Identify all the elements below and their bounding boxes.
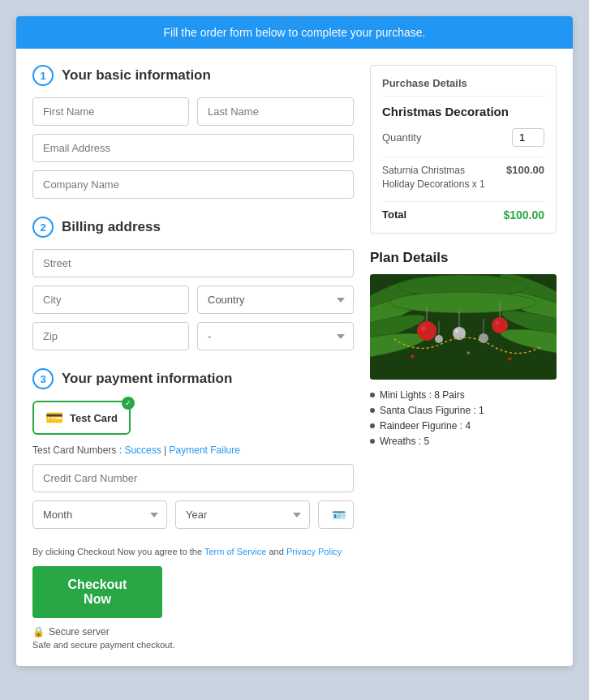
purchase-details-title: Purchase Details	[382, 77, 544, 97]
total-label: Total	[382, 208, 406, 221]
tos-link[interactable]: Term of Service	[204, 547, 266, 556]
payment-options: ✓ 💳 Test Card	[32, 401, 354, 435]
plan-image: ✦ ✦ ✦	[370, 274, 557, 380]
state-select[interactable]: -	[197, 322, 354, 350]
bullet-dot-2	[370, 408, 375, 413]
quantity-input[interactable]	[512, 128, 544, 147]
payment-title: Your payment information	[62, 371, 232, 387]
plan-bullet-4: Wreaths : 5	[370, 436, 557, 447]
zip-row: -	[32, 322, 354, 350]
secure-server-text: Secure server	[49, 626, 110, 638]
svg-point-16	[496, 320, 500, 324]
section-number-2: 2	[32, 217, 54, 238]
email-row	[32, 134, 354, 162]
month-select[interactable]: Month January February March April May J…	[32, 500, 167, 529]
success-link[interactable]: Success	[124, 444, 161, 456]
plan-details-title: Plan Details	[370, 250, 557, 266]
first-name-input[interactable]	[32, 97, 189, 126]
plan-bullet-1: Mini Lights : 8 Pairs	[370, 389, 557, 401]
terms-text: By clicking Checkout Now you agree to th…	[32, 547, 354, 556]
plan-bullet-text-3: Raindeer Figurine : 4	[380, 420, 471, 432]
basic-info-section: 1 Your basic information	[32, 65, 354, 199]
basic-info-header: 1 Your basic information	[32, 65, 354, 86]
country-select[interactable]: Country United States United Kingdom Can…	[197, 286, 354, 314]
plan-bullet-text-4: Wreaths : 5	[380, 436, 429, 447]
street-row	[32, 249, 354, 277]
svg-point-19	[455, 329, 458, 333]
item-price: $100.00	[506, 164, 544, 176]
payment-section: 3 Your payment information ✓ 💳 Test Card…	[32, 368, 354, 529]
cc-row	[32, 464, 354, 492]
bullet-dot-3	[370, 423, 375, 428]
svg-point-15	[492, 317, 508, 333]
billing-header: 2 Billing address	[32, 217, 354, 238]
zip-input[interactable]	[32, 322, 189, 350]
billing-title: Billing address	[62, 219, 161, 235]
secure-server-row: 🔒 Secure server	[32, 626, 354, 638]
main-content: 1 Your basic information 2 Billi	[16, 49, 573, 666]
plan-bullet-text-2: Santa Claus Figurine : 1	[380, 405, 484, 416]
company-input[interactable]	[32, 170, 354, 199]
city-input[interactable]	[32, 286, 189, 314]
billing-section: 2 Billing address Country United States …	[32, 217, 354, 350]
purchase-details-box: Purchase Details Christmas Decoration Qu…	[370, 65, 557, 234]
terms-prefix: By clicking Checkout Now you agree to th…	[32, 547, 202, 556]
plan-bullets: Mini Lights : 8 Pairs Santa Claus Figuri…	[370, 389, 557, 447]
svg-point-13	[421, 326, 426, 331]
cc-number-input[interactable]	[32, 464, 354, 492]
left-panel: 1 Your basic information 2 Billi	[32, 65, 354, 650]
test-card-option[interactable]: ✓ 💳 Test Card	[32, 401, 131, 435]
expiry-cvv-row: Month January February March April May J…	[32, 500, 354, 529]
quantity-label: Quantity	[382, 131, 421, 144]
section-number-1: 1	[32, 65, 54, 86]
basic-info-title: Your basic information	[62, 67, 211, 84]
item-description: Saturnia Christmas Holiday Decorations x…	[382, 164, 500, 191]
plan-bullet-text-1: Mini Lights : 8 Pairs	[380, 389, 465, 401]
checkout-button[interactable]: Checkout Now	[32, 566, 162, 618]
card-icon: 💳	[45, 409, 63, 427]
plan-bullet-3: Raindeer Figurine : 4	[370, 420, 557, 432]
test-card-label: Test Card Numbers :	[32, 444, 122, 456]
svg-text:✦: ✦	[466, 350, 471, 357]
year-select[interactable]: Year 2024 2025 2026 2027 2028	[175, 500, 310, 529]
failure-link[interactable]: Payment Failure	[170, 444, 240, 456]
banner-text: Fill the order form below to complete yo…	[164, 26, 426, 39]
last-name-input[interactable]	[197, 97, 354, 126]
lock-icon: 🔒	[32, 626, 45, 638]
city-country-row: Country United States United Kingdom Can…	[32, 286, 354, 314]
plan-bullet-2: Santa Claus Figurine : 1	[370, 405, 557, 416]
svg-point-12	[417, 321, 436, 341]
svg-point-23	[435, 335, 443, 343]
svg-point-10	[390, 292, 536, 313]
product-name: Christmas Decoration	[382, 105, 544, 118]
bullet-dot-4	[370, 439, 375, 444]
email-input[interactable]	[32, 134, 354, 162]
safe-text: Safe and secure payment checkout.	[32, 640, 354, 650]
check-badge: ✓	[122, 397, 135, 410]
card-label: Test Card	[70, 412, 118, 424]
item-row: Saturnia Christmas Holiday Decorations x…	[382, 157, 544, 198]
bullet-dot-1	[370, 393, 375, 397]
company-row	[32, 170, 354, 199]
cvv-wrapper: 🪪	[318, 500, 354, 529]
svg-text:✦: ✦	[506, 354, 513, 363]
page-wrapper: Fill the order form below to complete yo…	[16, 16, 573, 666]
cvv-icon: 🪪	[332, 509, 346, 522]
payment-header: 3 Your payment information	[32, 368, 354, 389]
privacy-link[interactable]: Privacy Policy	[286, 547, 342, 556]
terms-and: and	[269, 547, 283, 556]
top-banner: Fill the order form below to complete yo…	[16, 16, 573, 49]
name-row	[32, 97, 354, 126]
test-card-text: Test Card Numbers : Success | Payment Fa…	[32, 444, 354, 456]
total-price: $100.00	[503, 208, 544, 221]
total-row: Total $100.00	[382, 201, 544, 221]
quantity-row: Quantity	[382, 128, 544, 147]
right-panel: Purchase Details Christmas Decoration Qu…	[370, 65, 557, 650]
street-input[interactable]	[32, 249, 354, 277]
plan-details: Plan Details	[370, 250, 557, 447]
section-number-3: 3	[32, 368, 54, 389]
svg-text:✦: ✦	[409, 352, 415, 361]
